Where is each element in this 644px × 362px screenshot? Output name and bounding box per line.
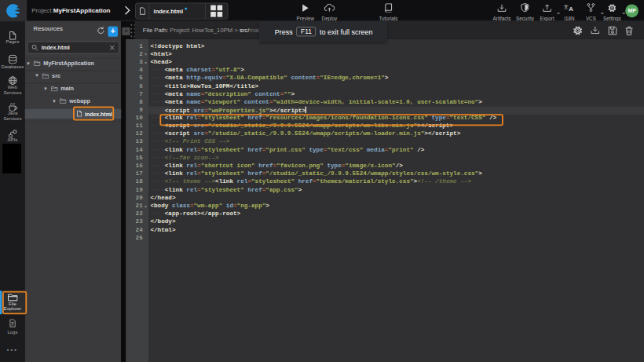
svg-text:A: A xyxy=(569,5,573,12)
